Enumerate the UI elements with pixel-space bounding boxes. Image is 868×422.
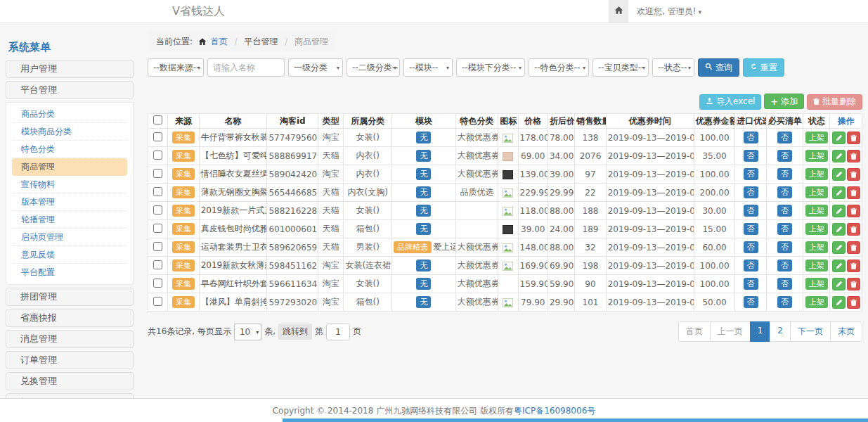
sidebar-group-express-news[interactable]: 省惠快报 xyxy=(6,309,134,327)
module-subcategory-select[interactable]: --模块下分类--▾ xyxy=(456,58,525,77)
edit-button[interactable] xyxy=(832,150,846,162)
sidebar-item-module-product-category[interactable]: 模块商品分类 xyxy=(12,123,127,141)
delete-button[interactable] xyxy=(847,168,860,181)
row-checkbox[interactable] xyxy=(153,151,162,160)
sidebar-item-carousel-management[interactable]: 轮播管理 xyxy=(12,211,127,229)
import-select-badge[interactable]: 否 xyxy=(744,260,758,271)
feature-category-select[interactable]: --特色分类--▾ xyxy=(529,58,589,77)
row-checkbox[interactable] xyxy=(153,279,162,288)
delete-button[interactable] xyxy=(847,205,860,217)
edit-button[interactable] xyxy=(832,132,846,144)
module-select[interactable]: --模块--▾ xyxy=(403,58,453,77)
select-all-checkbox[interactable] xyxy=(153,115,162,124)
edit-button[interactable] xyxy=(832,241,846,254)
delete-button[interactable] xyxy=(847,241,860,254)
delete-button[interactable] xyxy=(847,132,860,144)
sidebar-item-product-category[interactable]: 商品分类 xyxy=(12,106,127,123)
must-buy-badge[interactable]: 否 xyxy=(777,150,792,162)
item-type-select[interactable]: --宝贝类型--▾ xyxy=(592,58,649,77)
icp-link[interactable]: 粤ICP备16098006号 xyxy=(514,406,595,416)
sidebar-item-feedback[interactable]: 意见反馈 xyxy=(12,246,127,264)
home-button[interactable] xyxy=(609,0,628,23)
reset-button[interactable]: 重置 xyxy=(743,58,784,77)
must-buy-badge[interactable]: 否 xyxy=(777,186,792,198)
sidebar-item-version-management[interactable]: 版本管理 xyxy=(12,193,127,211)
sidebar-item-promo-material[interactable]: 宣传物料 xyxy=(12,176,127,193)
import-select-badge[interactable]: 否 xyxy=(744,150,758,162)
must-buy-badge[interactable]: 否 xyxy=(777,223,792,235)
sidebar-group-orders[interactable]: 订单管理 xyxy=(6,351,134,369)
must-buy-badge[interactable]: 否 xyxy=(777,241,792,253)
row-checkbox[interactable] xyxy=(153,132,162,141)
import-select-badge[interactable]: 否 xyxy=(744,296,758,308)
level1-category-select[interactable]: 一级分类▾ xyxy=(288,58,343,77)
must-buy-badge[interactable]: 否 xyxy=(777,205,792,217)
edit-button[interactable] xyxy=(832,278,846,290)
sidebar-item-product-management[interactable]: 商品管理 xyxy=(12,158,127,176)
row-checkbox[interactable] xyxy=(153,260,162,269)
status-badge[interactable]: 上架 xyxy=(805,186,828,198)
edit-button[interactable] xyxy=(832,223,846,236)
pager-item[interactable]: 1 xyxy=(750,321,771,342)
import-select-badge[interactable]: 否 xyxy=(744,132,758,143)
user-menu[interactable]: 欢迎您, 管理员!▾ xyxy=(637,0,701,23)
import-select-badge[interactable]: 否 xyxy=(744,205,758,217)
level2-category-select[interactable]: --二级分类--▾ xyxy=(346,58,400,77)
status-badge[interactable]: 上架 xyxy=(805,223,828,235)
sidebar-item-splash-management[interactable]: 启动页管理 xyxy=(12,229,127,246)
pager-item[interactable]: 2 xyxy=(770,321,791,342)
sidebar-group-exchange[interactable]: 兑换管理 xyxy=(6,372,134,390)
import-select-badge[interactable]: 否 xyxy=(744,186,758,198)
add-button[interactable]: + 添加 xyxy=(764,94,804,109)
search-button[interactable]: 查询 xyxy=(698,58,739,77)
status-badge[interactable]: 上架 xyxy=(805,260,828,271)
batch-delete-button[interactable]: 批量删除 xyxy=(807,94,862,110)
status-badge[interactable]: 上架 xyxy=(805,296,828,308)
sidebar-group-platform[interactable]: 平台管理 xyxy=(6,81,134,99)
edit-button[interactable] xyxy=(832,260,846,272)
sidebar-group-groupbuy[interactable]: 拼团管理 xyxy=(6,288,134,306)
sidebar-item-feature-category[interactable]: 特色分类 xyxy=(12,141,127,158)
row-checkbox[interactable] xyxy=(153,187,162,196)
data-source-select[interactable]: --数据来源--▾ xyxy=(148,58,204,77)
pager-item[interactable]: 首页 xyxy=(678,321,711,342)
sidebar-group-messages[interactable]: 消息管理 xyxy=(6,330,134,348)
delete-button[interactable] xyxy=(847,223,860,236)
delete-button[interactable] xyxy=(847,260,860,272)
delete-button[interactable] xyxy=(847,150,860,162)
status-select[interactable]: --状态--▾ xyxy=(652,58,694,77)
row-checkbox[interactable] xyxy=(153,242,162,251)
jump-to-button[interactable]: 跳转到 xyxy=(278,324,312,340)
per-page-select[interactable]: 10▾ xyxy=(234,324,261,340)
bottom-scrollbar[interactable] xyxy=(283,418,868,422)
must-buy-badge[interactable]: 否 xyxy=(777,132,792,143)
pager-item[interactable]: 下一页 xyxy=(790,321,831,342)
breadcrumb-home-link[interactable]: 首页 xyxy=(211,37,228,46)
status-badge[interactable]: 上架 xyxy=(805,132,828,143)
row-checkbox[interactable] xyxy=(153,224,162,233)
import-select-badge[interactable]: 否 xyxy=(744,223,758,235)
import-select-badge[interactable]: 否 xyxy=(744,168,758,180)
status-badge[interactable]: 上架 xyxy=(805,205,828,217)
row-checkbox[interactable] xyxy=(153,297,162,306)
row-checkbox[interactable] xyxy=(153,205,162,215)
sidebar-group-users[interactable]: 用户管理 xyxy=(6,60,134,78)
import-excel-button[interactable]: 导入excel xyxy=(699,94,761,110)
must-buy-badge[interactable]: 否 xyxy=(777,278,792,290)
import-select-badge[interactable]: 否 xyxy=(744,278,758,290)
status-badge[interactable]: 上架 xyxy=(805,150,828,162)
status-badge[interactable]: 上架 xyxy=(805,241,828,253)
pager-item[interactable]: 上一页 xyxy=(710,321,751,342)
edit-button[interactable] xyxy=(832,186,846,199)
row-checkbox[interactable] xyxy=(153,169,162,178)
delete-button[interactable] xyxy=(847,296,860,309)
delete-button[interactable] xyxy=(847,278,860,290)
edit-button[interactable] xyxy=(832,296,846,309)
sidebar-item-platform-config[interactable]: 平台配置 xyxy=(12,264,127,281)
status-badge[interactable]: 上架 xyxy=(805,168,828,180)
status-badge[interactable]: 上架 xyxy=(805,278,828,290)
must-buy-badge[interactable]: 否 xyxy=(777,168,792,180)
name-search-input[interactable] xyxy=(207,58,285,77)
delete-button[interactable] xyxy=(847,186,860,199)
must-buy-badge[interactable]: 否 xyxy=(777,260,792,271)
